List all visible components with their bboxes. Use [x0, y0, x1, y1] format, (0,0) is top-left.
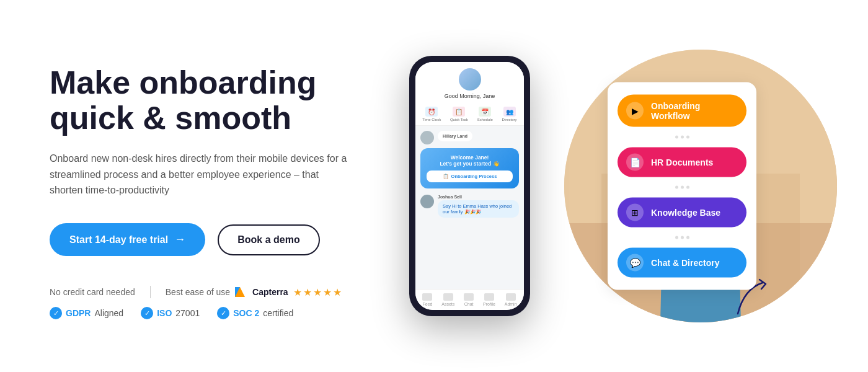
feature-card-chat-directory[interactable]: 💬 Chat & Directory: [618, 248, 746, 278]
feature-card-onboarding[interactable]: ▶ Onboarding Workflow: [618, 95, 746, 127]
phone-bottom-nav: Feed Assets Chat Profile: [415, 289, 524, 310]
bottom-admin: Admin: [505, 293, 517, 306]
phone-user-avatar: [459, 68, 481, 91]
page-container: Make onboarding quick & smooth Onboard n…: [0, 0, 868, 372]
assets-icon: [443, 293, 453, 301]
headline: Make onboarding quick & smooth: [50, 65, 372, 136]
hr-documents-icon: 📄: [626, 154, 644, 171]
headline-line2: quick & smooth: [50, 100, 291, 136]
book-demo-label: Book a demo: [237, 234, 299, 245]
dots-between-3-4: [618, 235, 746, 241]
phone-greeting: Good Morning, Jane: [423, 93, 516, 99]
joshua-name: Joshua Sell: [438, 195, 519, 199]
right-section: Good Morning, Jane ⏰ Time Clock 📋 Quick …: [372, 0, 818, 372]
bottom-profile: Profile: [483, 293, 495, 306]
nav-directory: 👥 Directory: [502, 107, 517, 122]
badge-gdpr: ✓ GDPR Aligned: [50, 307, 123, 319]
welcome-title: Welcome Jane!: [427, 154, 513, 161]
nav-schedule: 📅 Schedule: [477, 107, 493, 122]
start-trial-label: Start 14-day free trial: [69, 234, 168, 246]
onboarding-process-button[interactable]: 📋 Onboarding Process: [427, 170, 513, 182]
capterra-name: Capterra: [252, 287, 288, 297]
no-credit-text: No credit card needed: [50, 287, 135, 297]
welcome-card: Welcome Jane! Let's get you started 👋 📋 …: [420, 148, 519, 188]
hillary-avatar: [420, 131, 434, 144]
joshua-avatar: [420, 195, 434, 208]
hillary-name: Hillary Land: [438, 131, 472, 141]
capterra-section: Best ease of use Capterra ★★★★★: [166, 286, 343, 298]
schedule-icon: 📅: [479, 107, 491, 117]
soc-label: SOC 2: [233, 308, 259, 318]
trust-section: No credit card needed Best ease of use C…: [50, 286, 372, 319]
phone-top-bar: Good Morning, Jane: [415, 62, 524, 103]
onboarding-btn-label: Onboarding Process: [451, 174, 497, 179]
dot-5: [681, 186, 684, 189]
quick-task-icon: 📋: [453, 107, 465, 117]
bottom-chat: Chat: [464, 293, 474, 306]
time-clock-icon: ⏰: [425, 107, 438, 117]
iso-check-icon: ✓: [141, 307, 153, 319]
divider: [150, 286, 151, 298]
left-section: Make onboarding quick & smooth Onboard n…: [50, 53, 372, 319]
soc-check-icon: ✓: [217, 307, 229, 319]
iso-label: ISO: [157, 308, 172, 318]
dot-7: [675, 236, 678, 239]
chat-message-joshua: Joshua Sell Say Hi to Emma Hass who join…: [420, 195, 519, 218]
dots-between-1-2: [618, 135, 746, 140]
phone-nav: ⏰ Time Clock 📋 Quick Task 📅 Schedule 👥 D…: [415, 103, 524, 126]
dot-3: [686, 136, 689, 139]
dot-9: [686, 236, 689, 239]
feature-card-knowledge-base[interactable]: ⊞ Knowledge Base: [618, 198, 746, 228]
badges-row: ✓ GDPR Aligned ✓ ISO 27001 ✓ SOC 2 certi…: [50, 307, 372, 319]
cta-buttons: Start 14-day free trial → Book a demo: [50, 223, 372, 256]
dot-6: [686, 186, 689, 189]
feature-cards-panel: ▶ Onboarding Workflow 📄 HR Documents: [608, 82, 756, 290]
hr-documents-label: HR Documents: [651, 157, 713, 167]
onboarding-workflow-label: Onboarding Workflow: [651, 101, 738, 121]
directory-icon: 👥: [503, 107, 516, 117]
knowledge-base-label: Knowledge Base: [651, 208, 720, 218]
capterra-flag-icon: [235, 287, 245, 297]
badge-iso: ✓ ISO 27001: [141, 307, 200, 319]
admin-icon: [506, 293, 516, 301]
joshua-message: Say Hi to Emma Hass who joined our famil…: [438, 200, 519, 218]
book-demo-button[interactable]: Book a demo: [218, 224, 319, 255]
soc-sub: certified: [263, 308, 293, 318]
phone-screen: Good Morning, Jane ⏰ Time Clock 📋 Quick …: [415, 62, 524, 310]
dot-1: [675, 136, 678, 139]
chat-icon: [464, 293, 474, 301]
dot-2: [681, 136, 684, 139]
profile-icon: [484, 293, 494, 301]
gdpr-check-icon: ✓: [50, 307, 62, 319]
bottom-assets: Assets: [441, 293, 454, 306]
chat-message-hillary: Hillary Land: [420, 131, 519, 144]
phone-content: Hillary Land Welcome Jane! Let's get you…: [415, 126, 524, 289]
feed-icon: [422, 293, 432, 301]
phone-mockup: Good Morning, Jane ⏰ Time Clock 📋 Quick …: [409, 56, 530, 316]
nav-quick-task: 📋 Quick Task: [450, 107, 468, 122]
chat-directory-label: Chat & Directory: [651, 258, 719, 268]
gdpr-sub: Aligned: [94, 308, 123, 318]
arrow-icon: →: [174, 233, 185, 246]
dot-8: [681, 236, 684, 239]
dot-4: [675, 186, 678, 189]
trust-row-top: No credit card needed Best ease of use C…: [50, 286, 372, 298]
knowledge-base-icon: ⊞: [626, 204, 644, 221]
bottom-feed: Feed: [422, 293, 432, 306]
capterra-stars: ★★★★★: [293, 286, 343, 298]
onboarding-workflow-icon: ▶: [626, 102, 644, 120]
headline-line1: Make onboarding: [50, 64, 316, 100]
dots-between-2-3: [618, 185, 746, 190]
best-use-text: Best ease of use: [166, 287, 230, 297]
feature-card-hr-documents[interactable]: 📄 HR Documents: [618, 148, 746, 177]
subtext: Onboard new non-desk hires directly from…: [50, 151, 347, 198]
chat-directory-icon: 💬: [626, 254, 644, 272]
start-trial-button[interactable]: Start 14-day free trial →: [50, 223, 205, 256]
gdpr-label: GDPR: [66, 308, 91, 318]
badge-soc: ✓ SOC 2 certified: [217, 307, 293, 319]
nav-time-clock: ⏰ Time Clock: [422, 107, 441, 122]
welcome-sub: Let's get you started 👋: [427, 161, 513, 167]
iso-sub: 27001: [175, 308, 200, 318]
